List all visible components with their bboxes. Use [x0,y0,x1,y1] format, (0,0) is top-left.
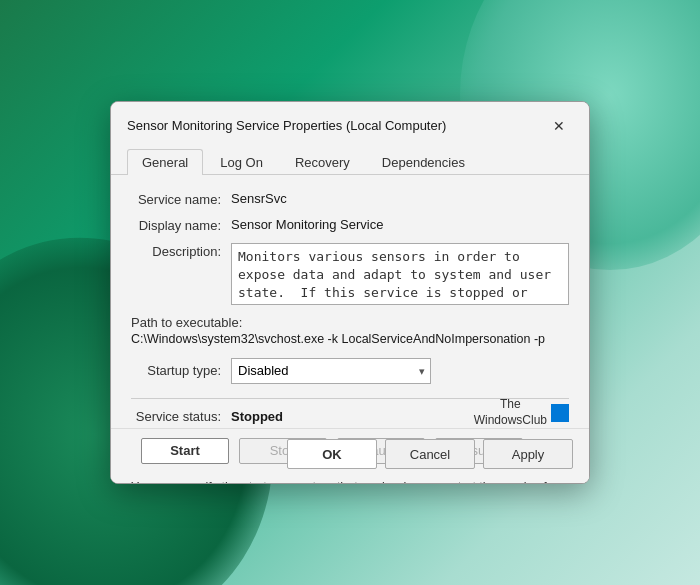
dialog-title: Sensor Monitoring Service Properties (Lo… [127,118,446,133]
watermark-text: The WindowsClub [474,397,547,428]
properties-dialog: Sensor Monitoring Service Properties (Lo… [110,101,590,485]
info-text: You can specify the start parameters tha… [131,478,569,485]
close-button[interactable]: ✕ [545,112,573,140]
description-label: Description: [131,243,231,259]
watermark-line1: The [500,397,521,411]
tab-logon[interactable]: Log On [205,149,278,175]
startup-row: Startup type: Disabled Manual Automatic … [131,358,569,384]
tab-recovery[interactable]: Recovery [280,149,365,175]
startup-select[interactable]: Disabled Manual Automatic Automatic (Del… [231,358,431,384]
watermark-line2: WindowsClub [474,413,547,427]
startup-select-container: Disabled Manual Automatic Automatic (Del… [231,358,431,384]
watermark-icon [551,404,569,422]
path-section: Path to executable: C:\Windows\system32\… [131,315,569,346]
tab-content: Service name: SensrSvc Display name: Sen… [111,175,589,485]
watermark: The WindowsClub [474,397,569,428]
title-bar: Sensor Monitoring Service Properties (Lo… [111,102,589,140]
path-label: Path to executable: [131,315,569,330]
tab-general[interactable]: General [127,149,203,175]
start-button[interactable]: Start [141,438,229,464]
tab-dependencies[interactable]: Dependencies [367,149,480,175]
path-value: C:\Windows\system32\svchost.exe -k Local… [131,332,569,346]
display-name-label: Display name: [131,217,231,233]
startup-select-wrapper: Disabled Manual Automatic Automatic (Del… [231,358,569,384]
ok-button[interactable]: OK [287,439,377,469]
description-row: Description: Monitors various sensors in… [131,243,569,305]
tab-bar: General Log On Recovery Dependencies [111,140,589,175]
status-label: Service status: [131,409,231,424]
service-name-value: SensrSvc [231,191,569,206]
status-value: Stopped [231,409,283,424]
display-name-value: Sensor Monitoring Service [231,217,569,232]
startup-label: Startup type: [131,363,231,378]
display-name-row: Display name: Sensor Monitoring Service [131,217,569,233]
cancel-button[interactable]: Cancel [385,439,475,469]
apply-button[interactable]: Apply [483,439,573,469]
service-name-row: Service name: SensrSvc [131,191,569,207]
description-textarea[interactable]: Monitors various sensors in order to exp… [231,243,569,305]
service-name-label: Service name: [131,191,231,207]
